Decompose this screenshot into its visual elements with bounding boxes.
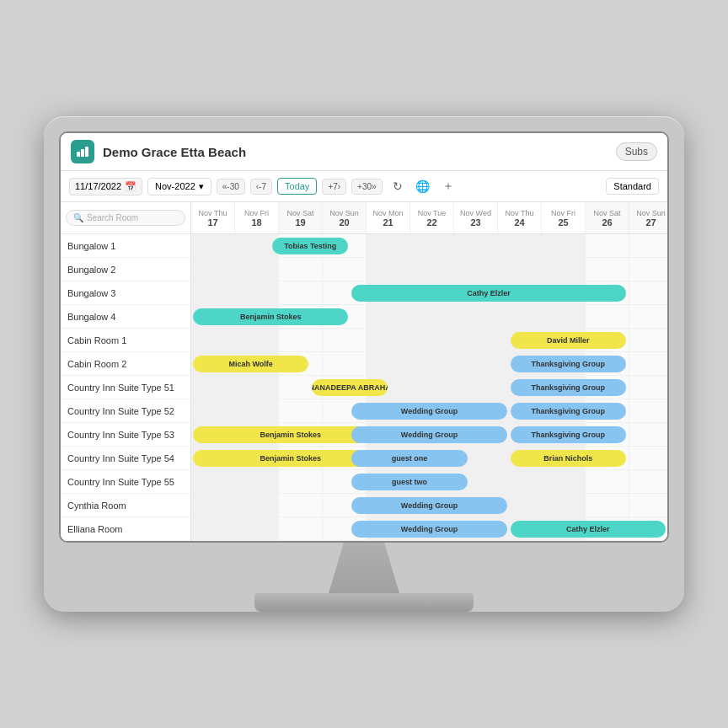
grid-cell[interactable] bbox=[235, 305, 279, 328]
grid-cell[interactable] bbox=[235, 447, 279, 469]
grid-cell[interactable] bbox=[586, 258, 629, 281]
grid-cell[interactable] bbox=[367, 376, 410, 399]
grid-cell[interactable] bbox=[410, 281, 454, 304]
grid-cell[interactable] bbox=[191, 447, 235, 469]
grid-cell[interactable] bbox=[410, 258, 454, 281]
grid-cell[interactable] bbox=[191, 305, 235, 328]
grid-cell[interactable] bbox=[191, 376, 235, 399]
grid-cell[interactable] bbox=[191, 470, 235, 493]
grid-cell[interactable] bbox=[410, 447, 454, 469]
grid-cell[interactable] bbox=[367, 399, 410, 422]
grid-cell[interactable] bbox=[629, 517, 667, 540]
grid-cell[interactable] bbox=[323, 494, 367, 517]
grid-cell[interactable] bbox=[367, 258, 410, 281]
grid-cell[interactable] bbox=[542, 376, 586, 399]
grid-cell[interactable] bbox=[191, 494, 235, 517]
grid-cell[interactable] bbox=[454, 329, 498, 351]
grid-cell[interactable] bbox=[323, 352, 367, 375]
grid-cell[interactable] bbox=[191, 352, 235, 375]
grid-cell[interactable] bbox=[542, 258, 586, 281]
grid-cell[interactable] bbox=[323, 399, 367, 422]
grid-cell[interactable] bbox=[542, 470, 586, 493]
grid-cell[interactable] bbox=[410, 234, 454, 257]
grid-cell[interactable] bbox=[498, 399, 542, 422]
date-input[interactable]: 11/17/2022 📅 bbox=[69, 178, 142, 195]
grid-cell[interactable] bbox=[454, 281, 498, 304]
grid-cell[interactable] bbox=[498, 281, 542, 304]
grid-cell[interactable] bbox=[629, 352, 667, 375]
search-box[interactable]: 🔍 Search Room bbox=[66, 210, 185, 226]
subs-button[interactable]: Subs bbox=[616, 142, 657, 161]
grid-cell[interactable] bbox=[498, 517, 542, 540]
grid-cell[interactable] bbox=[629, 470, 667, 493]
grid-cell[interactable] bbox=[498, 447, 542, 469]
grid-cell[interactable] bbox=[323, 234, 367, 257]
grid-cell[interactable] bbox=[323, 281, 367, 304]
grid-cell[interactable] bbox=[279, 281, 323, 304]
grid-cell[interactable] bbox=[410, 305, 454, 328]
grid-cell[interactable] bbox=[629, 258, 667, 281]
standard-select[interactable]: Standard bbox=[606, 178, 659, 195]
grid-cell[interactable] bbox=[367, 234, 410, 257]
grid-cell[interactable] bbox=[367, 329, 410, 351]
grid-cell[interactable] bbox=[498, 329, 542, 351]
grid-cell[interactable] bbox=[235, 329, 279, 351]
grid-cell[interactable] bbox=[586, 470, 629, 493]
grid-cell[interactable] bbox=[586, 399, 629, 422]
grid-cell[interactable] bbox=[629, 494, 667, 517]
grid-cell[interactable] bbox=[367, 494, 410, 517]
grid-cell[interactable] bbox=[542, 329, 586, 351]
grid-cell[interactable] bbox=[235, 281, 279, 304]
grid-cell[interactable] bbox=[586, 234, 629, 257]
grid-cell[interactable] bbox=[367, 470, 410, 493]
grid-cell[interactable] bbox=[235, 423, 279, 446]
nav-minus30[interactable]: «-30 bbox=[217, 179, 245, 195]
grid-cell[interactable] bbox=[191, 234, 235, 257]
grid-cell[interactable] bbox=[235, 234, 279, 257]
month-select[interactable]: Nov-2022 ▾ bbox=[147, 178, 211, 195]
grid-cell[interactable] bbox=[279, 447, 323, 469]
grid-cell[interactable] bbox=[498, 494, 542, 517]
grid-cell[interactable] bbox=[586, 305, 629, 328]
grid-cell[interactable] bbox=[279, 258, 323, 281]
grid-cell[interactable] bbox=[629, 423, 667, 446]
grid-cell[interactable] bbox=[542, 281, 586, 304]
grid-cell[interactable] bbox=[498, 470, 542, 493]
nav-minus7[interactable]: ‹-7 bbox=[250, 179, 272, 195]
add-icon[interactable]: ＋ bbox=[438, 176, 458, 196]
grid-cell[interactable] bbox=[191, 329, 235, 351]
grid-cell[interactable] bbox=[323, 447, 367, 469]
grid-cell[interactable] bbox=[454, 234, 498, 257]
grid-cell[interactable] bbox=[410, 494, 454, 517]
grid-cell[interactable] bbox=[410, 329, 454, 351]
grid-cell[interactable] bbox=[410, 470, 454, 493]
grid-cell[interactable] bbox=[191, 423, 235, 446]
grid-cell[interactable] bbox=[323, 470, 367, 493]
grid-cell[interactable] bbox=[629, 399, 667, 422]
grid-cell[interactable] bbox=[586, 447, 629, 469]
grid-cell[interactable] bbox=[498, 258, 542, 281]
nav-plus30[interactable]: +30» bbox=[351, 179, 383, 195]
grid-cell[interactable] bbox=[454, 494, 498, 517]
grid-cell[interactable] bbox=[542, 234, 586, 257]
grid-cell[interactable] bbox=[279, 305, 323, 328]
grid-cell[interactable] bbox=[323, 258, 367, 281]
grid-cell[interactable] bbox=[629, 329, 667, 351]
calendar-icon[interactable]: 📅 bbox=[125, 181, 136, 192]
grid-cell[interactable] bbox=[323, 329, 367, 351]
grid-cell[interactable] bbox=[367, 447, 410, 469]
grid-cell[interactable] bbox=[454, 376, 498, 399]
grid-cell[interactable] bbox=[498, 352, 542, 375]
grid-cell[interactable] bbox=[235, 494, 279, 517]
grid-cell[interactable] bbox=[454, 423, 498, 446]
grid-cell[interactable] bbox=[586, 376, 629, 399]
grid-cell[interactable] bbox=[235, 376, 279, 399]
grid-cell[interactable] bbox=[279, 494, 323, 517]
grid-cell[interactable] bbox=[235, 470, 279, 493]
grid-cell[interactable] bbox=[367, 305, 410, 328]
grid-cell[interactable] bbox=[410, 352, 454, 375]
grid-cell[interactable] bbox=[586, 494, 629, 517]
grid-cell[interactable] bbox=[454, 258, 498, 281]
grid-cell[interactable] bbox=[586, 281, 629, 304]
grid-cell[interactable] bbox=[542, 352, 586, 375]
